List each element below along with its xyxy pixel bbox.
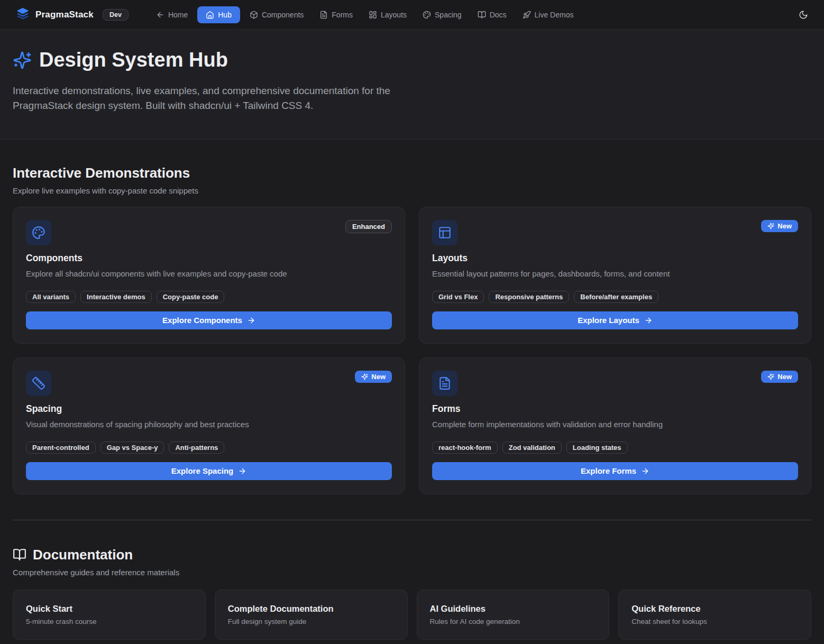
tag: Before/after examples: [574, 291, 658, 303]
doc-card-quick-reference[interactable]: Quick Reference Cheat sheet for lookups: [618, 590, 811, 640]
doc-card-ai-guidelines[interactable]: AI Guidelines Rules for AI code generati…: [417, 590, 610, 640]
palette-icon: [423, 11, 431, 19]
demo-card-components: Enhanced Components Explore all shadcn/u…: [13, 207, 405, 344]
documentation-section: Documentation Comprehensive guides and r…: [13, 520, 811, 640]
demo-card-forms: New Forms Complete form implementations …: [419, 357, 811, 494]
status-badge: Enhanced: [345, 220, 392, 233]
badge-label: New: [777, 373, 792, 381]
brand[interactable]: PragmaStack Dev: [16, 7, 129, 23]
card-description: Visual demonstrations of spacing philoso…: [26, 419, 392, 430]
nav-item-docs[interactable]: Docs: [471, 6, 513, 23]
explore-components-button[interactable]: Explore Components: [26, 311, 392, 329]
card-description: Complete form implementations with valid…: [432, 419, 798, 430]
tag: Responsive patterns: [489, 291, 569, 303]
demo-card-layouts: New Layouts Essential layout patterns fo…: [419, 207, 811, 344]
doc-card-description: Full design system guide: [228, 618, 395, 625]
nav-item-components[interactable]: Components: [243, 6, 310, 23]
book-open-icon: [478, 11, 486, 19]
doc-card-title: Quick Start: [26, 604, 193, 614]
explore-layouts-button[interactable]: Explore Layouts: [432, 311, 798, 329]
sparkles-icon: [767, 373, 774, 380]
tag: Copy-paste code: [157, 291, 225, 303]
page-description: Interactive demonstrations, live example…: [13, 84, 407, 114]
arrow-right-icon: [644, 316, 653, 325]
tag-row: All variants Interactive demos Copy-past…: [26, 291, 392, 303]
doc-card-description: Cheat sheet for lookups: [631, 618, 798, 625]
tag: Loading states: [566, 441, 628, 454]
navbar: PragmaStack Dev Home Hub Components Fo: [0, 0, 824, 30]
demo-card-spacing: New Spacing Visual demonstrations of spa…: [13, 357, 405, 494]
nav-label: Hub: [218, 11, 232, 19]
tag: Zod validation: [502, 441, 562, 454]
theme-toggle-button[interactable]: [799, 10, 808, 20]
doc-card-quick-start[interactable]: Quick Start 5-minute crash course: [13, 590, 206, 640]
nav-item-forms[interactable]: Forms: [313, 6, 359, 23]
nav-label: Spacing: [435, 11, 462, 19]
arrow-right-icon: [238, 467, 246, 475]
tag: Grid vs Flex: [432, 291, 484, 303]
nav-label: Docs: [490, 11, 507, 19]
brand-name: PragmaStack: [35, 10, 94, 20]
card-title: Spacing: [26, 403, 392, 415]
sparkles-icon: [767, 223, 774, 229]
demos-heading: Interactive Demonstrations: [13, 165, 811, 181]
tag-row: react-hook-form Zod validation Loading s…: [432, 441, 798, 454]
tag: react-hook-form: [432, 441, 498, 454]
tag: Parent-controlled: [26, 441, 96, 454]
tag: Gap vs Space-y: [100, 441, 164, 454]
nav-label: Layouts: [381, 11, 407, 19]
main-content: Interactive Demonstrations Explore live …: [0, 140, 824, 644]
nav-label: Components: [262, 11, 304, 19]
arrow-right-icon: [247, 316, 255, 325]
panels-top-icon: [432, 220, 457, 245]
doc-card-title: Quick Reference: [631, 604, 798, 614]
nav-item-home[interactable]: Home: [150, 6, 194, 23]
doc-card-complete-documentation[interactable]: Complete Documentation Full design syste…: [215, 590, 408, 640]
arrow-left-icon: [156, 11, 164, 19]
palette-icon: [26, 220, 51, 245]
layers-logo-icon: [16, 7, 30, 23]
sparkles-icon: [361, 373, 368, 380]
file-text-icon: [432, 371, 457, 396]
docs-heading: Documentation: [33, 547, 133, 563]
badge-label: New: [777, 222, 792, 230]
explore-forms-button[interactable]: Explore Forms: [432, 462, 798, 480]
nav-item-spacing[interactable]: Spacing: [416, 6, 468, 23]
nav-item-hub[interactable]: Hub: [197, 6, 240, 23]
nav-label: Forms: [332, 11, 353, 19]
button-label: Explore Layouts: [578, 316, 639, 325]
card-description: Essential layout patterns for pages, das…: [432, 268, 798, 279]
file-text-icon: [319, 11, 328, 19]
demos-section: Interactive Demonstrations Explore live …: [13, 140, 811, 494]
box-icon: [250, 11, 258, 19]
tag-row: Grid vs Flex Responsive patterns Before/…: [432, 291, 798, 303]
card-title: Components: [26, 253, 392, 264]
button-label: Explore Components: [162, 316, 242, 325]
ruler-icon: [26, 371, 51, 396]
doc-card-description: Rules for AI code generation: [430, 618, 597, 625]
arrow-right-icon: [641, 467, 649, 475]
sparkles-icon: [13, 51, 32, 70]
card-description: Explore all shadcn/ui components with li…: [26, 268, 392, 279]
doc-card-grid: Quick Start 5-minute crash course Comple…: [13, 590, 811, 640]
layout-dashboard-icon: [369, 11, 377, 19]
home-icon: [206, 11, 214, 19]
button-label: Explore Forms: [581, 466, 636, 475]
badge-label: New: [371, 373, 386, 381]
doc-card-description: 5-minute crash course: [26, 618, 193, 625]
main-nav: Home Hub Components Forms Layouts: [150, 6, 580, 23]
env-badge: Dev: [103, 9, 129, 21]
status-badge: New: [761, 371, 798, 383]
explore-spacing-button[interactable]: Explore Spacing: [26, 462, 392, 480]
nav-item-live-demos[interactable]: Live Demos: [516, 6, 580, 23]
rocket-icon: [523, 11, 531, 19]
nav-item-layouts[interactable]: Layouts: [362, 6, 413, 23]
nav-label: Home: [168, 11, 188, 19]
tag-row: Parent-controlled Gap vs Space-y Anti-pa…: [26, 441, 392, 454]
docs-subheading: Comprehensive guides and reference mater…: [13, 568, 811, 577]
status-badge: New: [355, 371, 392, 383]
doc-card-title: Complete Documentation: [228, 604, 395, 614]
doc-card-title: AI Guidelines: [430, 604, 597, 614]
demo-card-grid: Enhanced Components Explore all shadcn/u…: [13, 207, 811, 494]
tag: Interactive demos: [80, 291, 152, 303]
